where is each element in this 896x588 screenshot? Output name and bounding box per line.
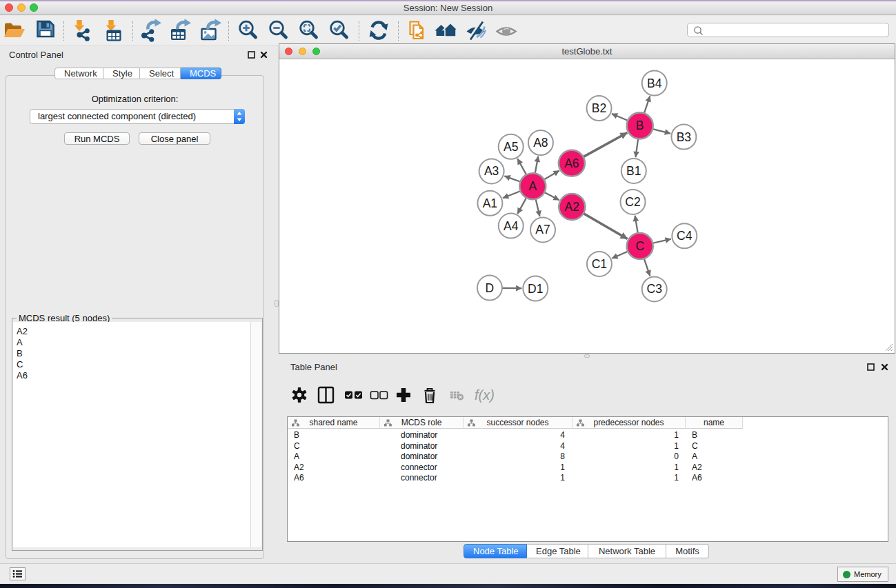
svg-text:C3: C3 bbox=[647, 282, 662, 296]
svg-text:B2: B2 bbox=[592, 101, 606, 115]
svg-text:A6: A6 bbox=[564, 156, 579, 170]
svg-text:B1: B1 bbox=[626, 164, 641, 178]
svg-text:C1: C1 bbox=[592, 257, 607, 271]
svg-text:A: A bbox=[528, 179, 537, 193]
svg-text:C4: C4 bbox=[677, 229, 693, 243]
svg-text:C2: C2 bbox=[625, 195, 640, 209]
svg-text:A5: A5 bbox=[504, 140, 518, 154]
svg-text:B3: B3 bbox=[677, 130, 691, 144]
svg-text:B4: B4 bbox=[647, 77, 662, 90]
svg-text:A1: A1 bbox=[483, 196, 497, 210]
svg-text:A8: A8 bbox=[533, 136, 548, 150]
svg-text:D1: D1 bbox=[528, 282, 543, 296]
svg-text:C: C bbox=[635, 239, 644, 253]
svg-text:f(x): f(x) bbox=[475, 387, 494, 403]
svg-text:A4: A4 bbox=[504, 219, 519, 233]
svg-text:B: B bbox=[636, 119, 644, 132]
svg-text:A2: A2 bbox=[565, 200, 579, 214]
svg-text:A7: A7 bbox=[535, 223, 550, 236]
svg-text:A3: A3 bbox=[484, 164, 499, 178]
svg-text:D: D bbox=[486, 281, 495, 295]
